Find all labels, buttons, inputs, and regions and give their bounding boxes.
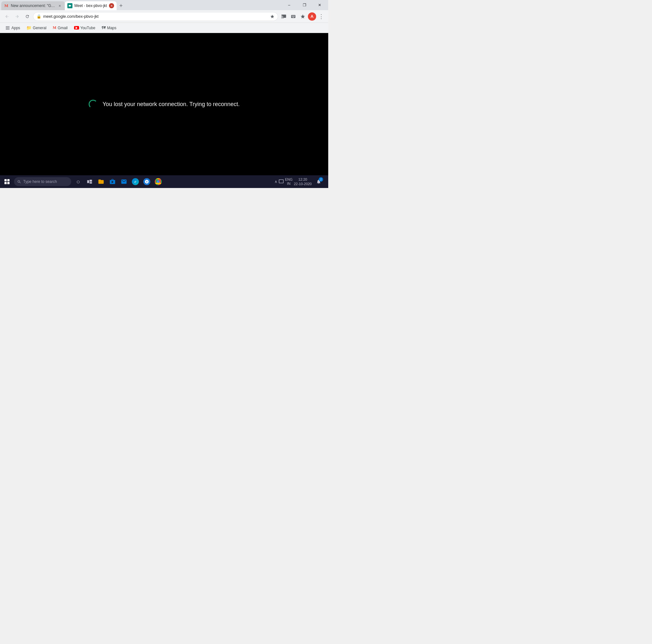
new-tab-button[interactable]: + xyxy=(117,1,126,10)
taskbar-search[interactable] xyxy=(14,177,71,186)
youtube-label: YouTube xyxy=(80,26,95,30)
main-content: You lost your network connection. Trying… xyxy=(0,33,328,175)
apps-icon xyxy=(5,25,10,30)
edge-icon: e xyxy=(132,178,139,185)
search-icon xyxy=(17,180,21,184)
bookmarks-bar: Apps 📁 General M Gmail YouTube 🗺 Maps xyxy=(0,23,328,33)
tab-gmail-close[interactable]: ✕ xyxy=(57,3,62,8)
nav-icons-right: A ⋮ xyxy=(279,12,326,21)
maps-bm-favicon: 🗺 xyxy=(102,25,106,30)
address-bar[interactable]: 🔒 meet.google.com/bex-pbvo-jkt xyxy=(33,12,278,21)
restore-button[interactable]: ❐ xyxy=(297,0,312,10)
window-controls: – ❐ ✕ xyxy=(282,0,327,10)
close-button[interactable]: ✕ xyxy=(313,0,327,10)
cortana-button[interactable]: ○ xyxy=(73,176,84,187)
reload-button[interactable] xyxy=(23,12,32,21)
ie-button[interactable] xyxy=(141,176,153,187)
bookmark-apps[interactable]: Apps xyxy=(3,24,23,32)
reconnect-message: You lost your network connection. Trying… xyxy=(89,100,240,109)
tab-meet-title: Meet - bex-pbvo-jkt xyxy=(74,3,107,8)
general-favicon: 📁 xyxy=(26,25,31,30)
tray-screen-icon[interactable] xyxy=(279,179,284,185)
notification-button[interactable]: 2 xyxy=(313,176,324,187)
meet-favicon xyxy=(67,3,73,8)
edge-button[interactable]: e xyxy=(130,176,141,187)
chrome-button[interactable] xyxy=(153,176,164,187)
ie-icon xyxy=(143,178,150,185)
back-button[interactable] xyxy=(3,12,11,21)
forward-button[interactable] xyxy=(13,12,22,21)
browser-window: M New announcement: "Good afte... ✕ Meet… xyxy=(0,0,328,188)
bookmark-general[interactable]: 📁 General xyxy=(24,24,49,32)
apps-label: Apps xyxy=(11,26,20,30)
store-button[interactable] xyxy=(107,176,118,187)
task-view-button[interactable] xyxy=(84,176,95,187)
title-bar: M New announcement: "Good afte... ✕ Meet… xyxy=(0,0,328,10)
tray-time: 12:20 xyxy=(294,177,312,181)
gmail-bm-favicon: M xyxy=(53,25,56,30)
profile-avatar[interactable]: A xyxy=(308,12,316,21)
start-button[interactable] xyxy=(1,176,13,187)
gmail-label: Gmail xyxy=(57,26,67,30)
minimize-button[interactable]: – xyxy=(282,0,296,10)
bookmark-star-icon[interactable] xyxy=(298,12,307,21)
lock-icon: 🔒 xyxy=(36,14,41,19)
notification-badge: 2 xyxy=(319,177,323,181)
file-explorer-button[interactable] xyxy=(95,176,107,187)
reconnect-spinner xyxy=(89,100,98,109)
navigation-bar: 🔒 meet.google.com/bex-pbvo-jkt A ⋮ xyxy=(0,10,328,23)
maps-label: Maps xyxy=(107,26,116,30)
address-text: meet.google.com/bex-pbvo-jkt xyxy=(43,14,268,19)
youtube-bm-favicon xyxy=(74,26,79,30)
tab-gmail-title: New announcement: "Good afte... xyxy=(11,3,55,8)
tab-gmail[interactable]: M New announcement: "Good afte... ✕ xyxy=(1,1,65,10)
bookmark-gmail[interactable]: M Gmail xyxy=(50,24,70,32)
search-input[interactable] xyxy=(23,179,68,184)
more-options-button[interactable]: ⋮ xyxy=(317,12,326,21)
tray-clock[interactable]: 12:20 22-10-2020 xyxy=(294,177,312,187)
cast-icon[interactable] xyxy=(279,12,288,21)
bookmark-youtube[interactable]: YouTube xyxy=(72,24,98,32)
tab-meet-close[interactable]: ✕ xyxy=(109,3,114,8)
tray-show-hidden-button[interactable]: ∧ xyxy=(274,179,277,184)
tray-language[interactable]: ENG IN xyxy=(285,177,293,186)
keyboard-icon[interactable] xyxy=(289,12,298,21)
tab-meet[interactable]: Meet - bex-pbvo-jkt ✕ xyxy=(65,1,117,10)
tray-date: 22-10-2020 xyxy=(294,181,312,186)
bookmark-maps[interactable]: 🗺 Maps xyxy=(99,24,119,32)
mail-button[interactable] xyxy=(118,176,130,187)
taskbar: ○ e xyxy=(0,175,328,188)
chrome-icon xyxy=(155,178,162,185)
general-label: General xyxy=(33,26,46,30)
tabs-area: M New announcement: "Good afte... ✕ Meet… xyxy=(1,0,279,10)
system-tray: ∧ ENG IN 12:20 22-10-2020 2 xyxy=(272,176,327,187)
windows-logo xyxy=(4,179,9,184)
gmail-favicon: M xyxy=(4,3,9,8)
address-star-icon xyxy=(270,14,274,19)
reconnect-text: You lost your network connection. Trying… xyxy=(103,101,240,108)
